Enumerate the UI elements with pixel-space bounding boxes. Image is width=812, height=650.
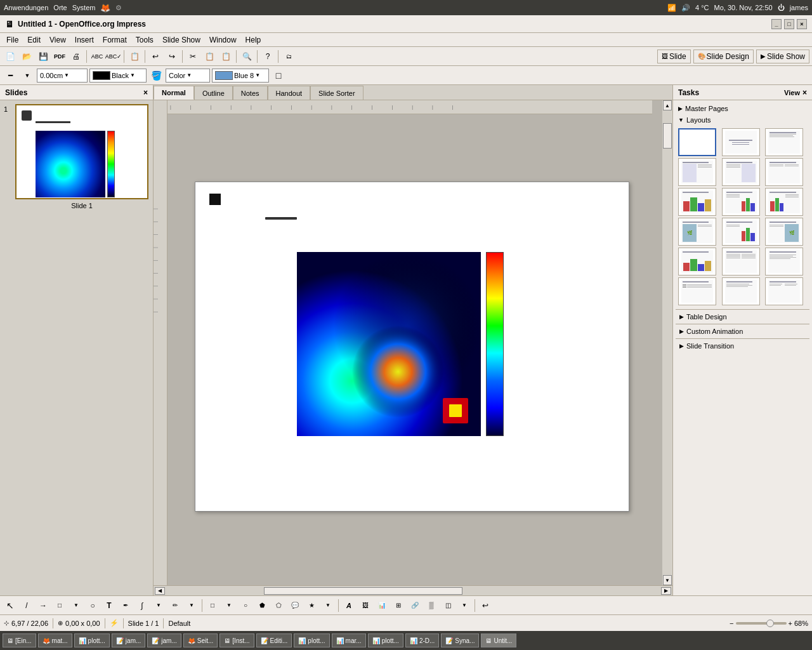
tab-notes[interactable]: Notes	[233, 86, 268, 100]
curve-dropdown[interactable]: ▼	[151, 598, 166, 613]
firefox-icon[interactable]: 🦊	[100, 3, 110, 13]
zoom-in-btn[interactable]: 🔍	[239, 49, 254, 64]
slide-canvas-area[interactable]: | | | | | | | | | | | | | | | | | | | | …	[154, 100, 662, 585]
shadow-btn2[interactable]: ◫	[440, 598, 455, 613]
taskbar-item-1[interactable]: 🖥 [Ein...	[3, 633, 36, 647]
layout-18[interactable]	[765, 277, 803, 305]
layout-6[interactable]	[765, 158, 803, 186]
zoom-slider[interactable]	[736, 622, 787, 625]
layout-12[interactable]: 🌿	[765, 218, 803, 246]
main-slide[interactable]	[195, 182, 629, 512]
menu-file[interactable]: File	[3, 34, 22, 46]
menu-edit[interactable]: Edit	[23, 34, 44, 46]
zoom-in-btn2[interactable]: +	[789, 620, 792, 627]
layout-11[interactable]	[722, 218, 760, 246]
slide-thumb-1[interactable]	[15, 104, 148, 199]
menu-slideshow[interactable]: Slide Show	[159, 34, 204, 46]
line-style-btn[interactable]: ━	[3, 68, 18, 83]
symbol-shapes-btn[interactable]: ○	[238, 598, 253, 613]
spell2-btn[interactable]: ABC✓	[106, 49, 121, 64]
h-scroll-track[interactable]	[165, 587, 661, 595]
taskbar-item-7[interactable]: 🖥 [Inst...	[219, 633, 254, 647]
callouts-btn[interactable]: 💬	[287, 598, 303, 613]
line-tool[interactable]: /	[19, 598, 34, 613]
help-btn[interactable]: ?	[260, 49, 275, 64]
custom-animation-section[interactable]: ▶ Custom Animation	[676, 326, 809, 337]
rect-dropdown[interactable]: ▼	[69, 598, 84, 613]
stars-btn[interactable]: ★	[304, 598, 319, 613]
gradient-btn[interactable]: ▒	[424, 598, 439, 613]
menu-insert[interactable]: Insert	[71, 34, 98, 46]
freeform-dropdown[interactable]: ▼	[184, 598, 199, 613]
apps-menu[interactable]: Anwendungen	[4, 4, 48, 11]
line-width-field[interactable]: 0.00cm ▼	[37, 69, 88, 83]
layout-4[interactable]	[678, 158, 716, 186]
layout-9[interactable]	[765, 188, 803, 216]
slide-design-button[interactable]: 🎨 Slide Design	[693, 50, 754, 63]
tab-outline[interactable]: Outline	[194, 86, 233, 100]
shadow-btn[interactable]: □	[271, 68, 286, 83]
layout-2[interactable]	[722, 128, 760, 156]
power-icon[interactable]: ⏻	[778, 4, 785, 11]
hyperlink-btn[interactable]: 🔗	[407, 598, 422, 613]
layout-13[interactable]	[678, 248, 716, 275]
close-button[interactable]: ×	[797, 19, 807, 29]
flowchart-btn[interactable]: ⬠	[271, 598, 286, 613]
scroll-left-btn[interactable]: ◀	[155, 587, 165, 595]
slide-transition-section[interactable]: ▶ Slide Transition	[676, 340, 809, 352]
taskbar-item-8[interactable]: 📝 Editi...	[256, 633, 292, 647]
fill-color-dropdown[interactable]: Blue 8 ▼	[212, 69, 269, 83]
system-menu[interactable]: System	[72, 4, 96, 11]
h-scrollbar-thumb[interactable]	[264, 587, 462, 595]
block-arrows-btn[interactable]: ⬟	[254, 598, 270, 613]
insert-table-btn[interactable]: ⊞	[391, 598, 406, 613]
callout-tool[interactable]: ✒	[118, 598, 133, 613]
pdf-btn[interactable]: PDF	[52, 49, 67, 64]
text-tool[interactable]: T	[102, 598, 117, 613]
paint-bucket-btn[interactable]: 🪣	[148, 68, 164, 83]
cut-btn[interactable]: ✂	[185, 49, 200, 64]
layout-16[interactable]	[678, 277, 716, 305]
table-design-section[interactable]: ▶ Table Design	[676, 311, 809, 322]
layout-10[interactable]: 🌿	[678, 218, 716, 246]
slideshow-button[interactable]: ▶ Slide Show	[756, 50, 809, 63]
fontwork-btn[interactable]: A	[341, 598, 357, 613]
tab-handout[interactable]: Handout	[268, 86, 311, 100]
stars-dropdown[interactable]: ▼	[320, 598, 336, 613]
minimize-button[interactable]: _	[771, 19, 782, 29]
layout-8[interactable]	[722, 188, 760, 216]
taskbar-item-4[interactable]: 📝 jam...	[112, 633, 145, 647]
layout-3[interactable]	[765, 128, 803, 156]
layout-7[interactable]	[678, 188, 716, 216]
scrollbar-thumb[interactable]	[663, 123, 672, 149]
scroll-up-btn[interactable]: ▲	[663, 100, 672, 110]
taskbar-item-14[interactable]: 🖥 Untit...	[481, 633, 516, 647]
rect-tool[interactable]: □	[52, 598, 67, 613]
freeform-tool[interactable]: ✏	[167, 598, 183, 613]
basic-shapes-btn[interactable]: □	[205, 598, 220, 613]
menu-window[interactable]: Window	[206, 34, 240, 46]
slides-close[interactable]: ×	[143, 88, 148, 97]
taskbar-item-12[interactable]: 📊 2-D...	[405, 633, 439, 647]
scroll-down-btn[interactable]: ▼	[663, 575, 672, 585]
menu-view[interactable]: View	[46, 34, 70, 46]
taskbar-item-3[interactable]: 📊 plott...	[74, 633, 110, 647]
taskbar-item-2[interactable]: 🦊 mat...	[38, 633, 72, 647]
insert-chart-btn[interactable]: 📊	[374, 598, 390, 613]
fill-type-dropdown[interactable]: Color ▼	[166, 69, 210, 83]
basic-shapes-dropdown[interactable]: ▼	[221, 598, 237, 613]
zoom-control[interactable]: − + 68%	[730, 620, 808, 627]
tab-slide-sorter[interactable]: Slide Sorter	[310, 86, 363, 100]
layouts-section[interactable]: ▼ Layouts	[676, 114, 809, 126]
taskbar-item-9[interactable]: 📊 plott...	[294, 633, 329, 647]
view-label[interactable]: View	[784, 89, 800, 96]
layout-5[interactable]	[722, 158, 760, 186]
menu-format[interactable]: Format	[99, 34, 131, 46]
save-btn[interactable]: 💾	[36, 49, 51, 64]
master-pages-section[interactable]: ▶ Master Pages	[676, 103, 809, 114]
slide-button[interactable]: 🖼 Slide	[657, 50, 691, 63]
zoom-thumb[interactable]	[766, 620, 774, 627]
horizontal-scrollbar[interactable]: ◀ ▶	[154, 585, 672, 595]
maximize-button[interactable]: □	[784, 19, 794, 29]
curve-tool[interactable]: ∫	[134, 598, 150, 613]
